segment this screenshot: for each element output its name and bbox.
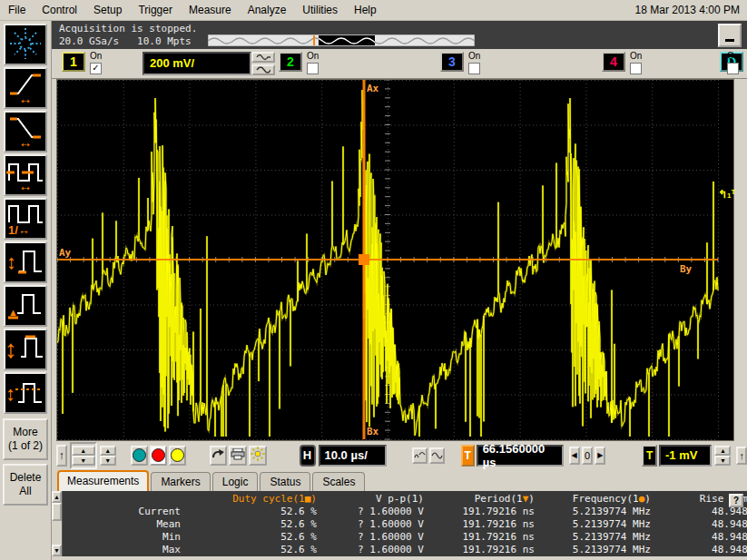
trigger-level-display[interactable]: -1 mV (659, 445, 712, 467)
red-circle-icon (152, 448, 165, 462)
channel-4-button[interactable]: 4 (602, 52, 625, 72)
tab-markers[interactable]: Markers (151, 472, 210, 491)
more-measurements-button[interactable]: More (1 of 2) (3, 418, 48, 460)
undo-button[interactable] (210, 446, 227, 466)
sample-rate: 20.0 GSa/s (59, 35, 119, 47)
position-zero-button[interactable]: 0 (582, 447, 593, 465)
marker-c-color-button[interactable] (169, 446, 186, 466)
tab-logic[interactable]: Logic (212, 472, 259, 491)
channel-1-scale-display[interactable]: 200 mV/ (143, 52, 251, 75)
col-header-duty-cycle[interactable]: Duty cycle(1■) (195, 493, 331, 506)
trigger-level-down-button[interactable]: ▼ (714, 456, 731, 466)
table-cell: ? 1.60000 V (331, 544, 438, 556)
svg-text:↔: ↔ (19, 134, 33, 148)
measure-fall-time-button[interactable]: ↔ (4, 111, 47, 152)
col-header-vpp[interactable]: V p-p(1) (331, 493, 438, 506)
svg-text:↔: ↔ (19, 178, 33, 192)
channel-1-coupling-dc-button[interactable] (251, 64, 275, 75)
col-header-frequency[interactable]: Frequency(1●) (549, 493, 665, 506)
menu-utilities[interactable]: Utilities (294, 1, 346, 19)
more-page-indicator: (1 of 2) (5, 439, 46, 453)
measure-frequency-button[interactable]: 1/↔ (4, 198, 47, 240)
print-button[interactable] (229, 446, 247, 466)
horizontal-zoom-in-button[interactable] (429, 447, 445, 464)
horizontal-control-bar: ↑ ▲ ▼ ▲ ▼ H 10.0 µs/ (52, 441, 747, 469)
horizontal-position-display[interactable]: 66.1560000 µs (477, 445, 564, 467)
measure-average-button[interactable]: ↕ (4, 372, 47, 414)
delete-all-button[interactable]: Delete All (3, 464, 48, 506)
horizontal-zoom-out-button[interactable] (412, 447, 428, 464)
timebase-display[interactable]: 10.0 µs/ (319, 445, 387, 467)
channel-2-button[interactable]: 2 (279, 52, 302, 72)
offset-decrease-button[interactable]: ▼ (100, 456, 116, 466)
channel-3-button[interactable]: 3 (440, 52, 464, 72)
spin-down-icon: ▼ (54, 547, 60, 554)
menu-setup[interactable]: Setup (85, 1, 130, 19)
table-cell: 191.79216 ns (438, 531, 549, 544)
marker-ay-label[interactable]: Ay (59, 247, 72, 259)
scroll-down-button[interactable]: ▼ (52, 545, 62, 556)
scale-decrease-button[interactable]: ▼ (72, 456, 95, 466)
display-brightness-button[interactable] (249, 446, 267, 466)
trigger-level-up-button[interactable]: ▲ (714, 446, 731, 456)
waveform-plot-area[interactable]: Ax Bx Ay By ↰1T (56, 79, 734, 441)
channel-2-on-checkbox[interactable] (307, 63, 319, 74)
trigger-level-flag[interactable]: ↰1T (718, 187, 735, 201)
channel-1-coupling-ac-button[interactable] (251, 52, 275, 63)
trigger-flag-arrow-icon: ↰ (718, 188, 727, 201)
scrollbar-thumb[interactable] (52, 503, 62, 521)
channel-digital-on-checkbox[interactable] (727, 63, 739, 74)
marker-bx-label[interactable]: Bx (367, 426, 379, 437)
channel-1-button[interactable]: 1 (62, 52, 85, 72)
menu-analyze[interactable]: Analyze (240, 1, 295, 19)
measure-amplitude-button[interactable]: ↕ (4, 329, 47, 370)
menu-measure[interactable]: Measure (181, 1, 240, 19)
sun-icon (251, 447, 265, 464)
rise-time-icon: ↔ (6, 70, 44, 107)
scroll-up-button[interactable]: ▲ (52, 491, 62, 503)
measure-vpp-button[interactable]: ↕ (4, 241, 47, 283)
menu-file[interactable]: File (0, 1, 34, 19)
offset-increase-button[interactable]: ▲ (100, 446, 116, 456)
spin-up-icon: ▲ (104, 447, 111, 454)
wide-wave-icon (431, 448, 443, 462)
waveform-overview-scrollbar[interactable] (208, 34, 475, 49)
tab-measurements[interactable]: Measurements (57, 470, 149, 491)
menu-help[interactable]: Help (346, 1, 385, 19)
tab-scales[interactable]: Scales (312, 472, 365, 491)
row-label-max: Max (63, 544, 195, 556)
tab-status[interactable]: Status (260, 472, 310, 491)
channel-1-on-checkbox[interactable]: ✓ (90, 63, 102, 74)
minimize-button[interactable] (718, 24, 742, 47)
marker-ax-label[interactable]: Ax (367, 83, 379, 94)
table-cell: ? 1.60000 V (331, 506, 438, 518)
measure-base-button[interactable]: ▲ (4, 285, 47, 327)
scale-increase-button[interactable]: ▲ (72, 446, 95, 456)
measure-rise-time-button[interactable]: ↔ (4, 67, 47, 109)
channel-4-on-checkbox[interactable] (630, 63, 642, 74)
trigger-time-reference-button[interactable]: T (461, 445, 475, 467)
row-label-mean: Mean (63, 518, 195, 531)
logo-button[interactable] (4, 24, 47, 65)
average-icon: ↕ (6, 375, 44, 412)
more-label: More (5, 426, 46, 439)
panel-scrollbar[interactable]: ▲ ▼ (52, 491, 63, 556)
table-cell: ? 1.60000 V (331, 518, 438, 531)
marker-by-label[interactable]: By (680, 263, 693, 275)
position-left-button[interactable]: ◀ (569, 447, 580, 465)
vertical-scale-up-button[interactable]: ↑ (56, 445, 67, 467)
spin-up-icon: ▲ (54, 494, 60, 500)
trigger-setup-button[interactable]: T (642, 445, 656, 467)
svg-text:1/↔: 1/↔ (8, 223, 30, 235)
col-header-period[interactable]: Period(1▼) (438, 493, 549, 506)
menu-trigger[interactable]: Trigger (130, 1, 181, 19)
channel-3-on-checkbox[interactable] (468, 63, 480, 74)
marker-a-color-button[interactable] (131, 446, 148, 466)
position-right-button[interactable]: ▶ (595, 447, 605, 465)
measure-width-button[interactable]: ↔ (4, 154, 47, 196)
help-button[interactable]: ? (729, 494, 743, 507)
trigger-level-reset-button[interactable]: ↑ (736, 447, 747, 465)
marker-b-color-button[interactable] (150, 446, 167, 466)
svg-text:↔: ↔ (19, 91, 33, 104)
menu-control[interactable]: Control (34, 1, 85, 19)
